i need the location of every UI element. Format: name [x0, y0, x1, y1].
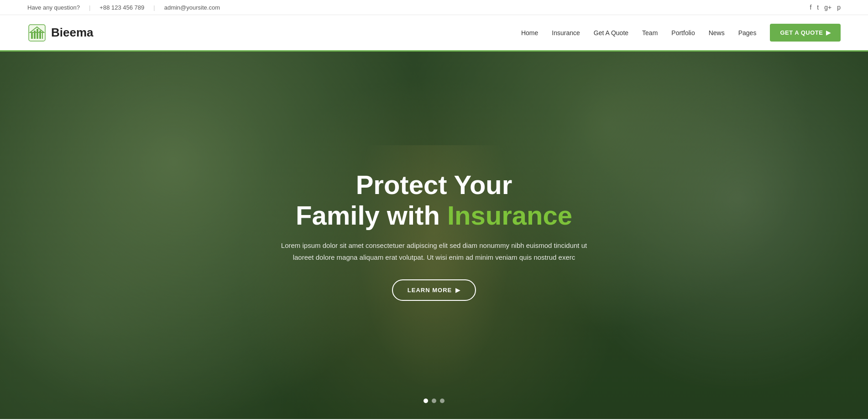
svg-rect-2: [34, 31, 36, 39]
slider-dot-1[interactable]: [424, 399, 428, 403]
top-bar: Have any question? | +88 123 456 789 | a…: [0, 0, 868, 15]
phone-number: +88 123 456 789: [99, 4, 144, 11]
learn-more-button[interactable]: LEARN MORE ▶: [392, 279, 476, 301]
hero-title-line2-prefix: Family with: [296, 200, 447, 230]
learn-more-arrow-icon: ▶: [455, 287, 460, 294]
email-address: admin@yoursite.com: [164, 4, 220, 11]
logo[interactable]: Bieema: [27, 23, 94, 42]
svg-rect-4: [39, 31, 41, 39]
question-text: Have any question?: [27, 4, 80, 11]
hero-subtitle: Lorem ipsum dolor sit amet consectetuer …: [270, 240, 598, 263]
hero-content: Protect Your Family with Insurance Lorem…: [261, 170, 607, 301]
nav-insurance[interactable]: Insurance: [552, 29, 580, 37]
nav-news[interactable]: News: [709, 29, 725, 37]
slider-dot-3[interactable]: [440, 399, 444, 403]
hero-title-highlight: Insurance: [447, 200, 572, 230]
logo-text: Bieema: [51, 26, 94, 40]
twitter-icon[interactable]: t: [817, 4, 819, 11]
slider-dot-2[interactable]: [432, 399, 436, 403]
nav-pages[interactable]: Pages: [738, 29, 757, 37]
get-quote-button[interactable]: GET A QUOTE ▶: [770, 24, 841, 42]
nav-get-a-quote[interactable]: Get A Quote: [594, 29, 628, 37]
nav-team[interactable]: Team: [642, 29, 658, 37]
svg-rect-1: [31, 32, 33, 39]
facebook-icon[interactable]: f: [810, 4, 811, 11]
main-header: Bieema Home Insurance Get A Quote Team P…: [0, 15, 868, 52]
googleplus-icon[interactable]: g+: [824, 4, 831, 11]
nav-home[interactable]: Home: [521, 29, 538, 37]
learn-more-label: LEARN MORE: [408, 287, 452, 294]
pinterest-icon[interactable]: p: [837, 4, 841, 11]
nav-portfolio[interactable]: Portfolio: [671, 29, 695, 37]
separator-1: |: [89, 4, 90, 11]
main-nav: Home Insurance Get A Quote Team Portfoli…: [521, 24, 841, 42]
top-bar-info: Have any question? | +88 123 456 789 | a…: [27, 4, 220, 11]
separator-2: |: [153, 4, 155, 11]
svg-rect-5: [42, 32, 43, 39]
hero-title: Protect Your Family with Insurance: [270, 170, 598, 231]
social-links: f t g+ p: [810, 4, 841, 11]
hero-section: Protect Your Family with Insurance Lorem…: [0, 52, 868, 419]
logo-icon: [27, 23, 47, 42]
slider-dots: [424, 399, 444, 403]
cta-arrow-icon: ▶: [826, 29, 831, 36]
svg-rect-3: [37, 29, 38, 39]
hero-title-line1: Protect Your: [356, 170, 512, 200]
